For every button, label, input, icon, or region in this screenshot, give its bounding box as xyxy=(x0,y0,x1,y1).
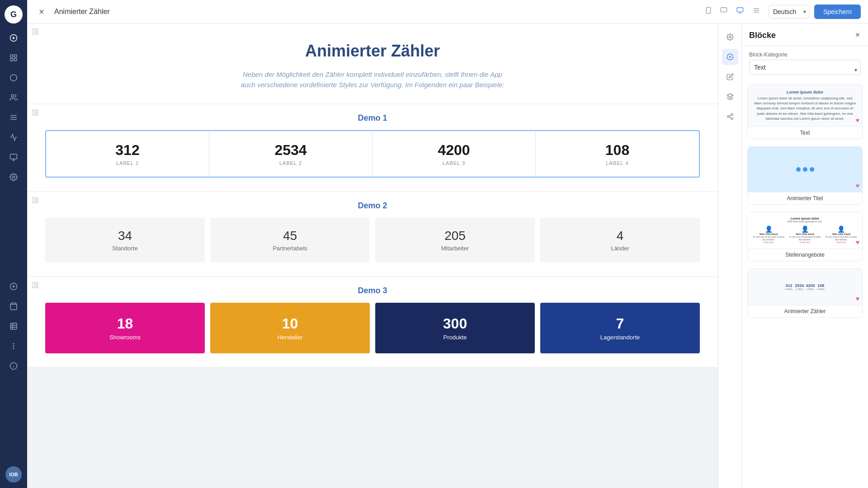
page-title: Animierter Zähler xyxy=(54,8,698,16)
device-list[interactable] xyxy=(750,5,763,18)
demo2-item-0: 34 Standorte xyxy=(45,218,205,263)
demo3-item-0: 18 Showrooms xyxy=(45,303,205,353)
sidebar-icon-1[interactable] xyxy=(5,49,23,67)
layout-icon-4[interactable] xyxy=(32,282,39,290)
sidebar-icon-more[interactable] xyxy=(5,337,23,355)
sidebar-icon-3[interactable] xyxy=(5,89,23,107)
demo1-item-0: 312 LABEL 1 xyxy=(46,131,209,177)
svg-rect-35 xyxy=(737,8,743,12)
az-lbl-0: LABEL xyxy=(785,288,793,291)
rt-share-icon[interactable] xyxy=(722,108,738,125)
user-avatar[interactable]: IOB xyxy=(5,466,22,483)
rt-edit-icon[interactable] xyxy=(722,69,738,85)
svg-marker-56 xyxy=(727,94,733,97)
page-subtitle-2: auch verschiedene vordefinierte Styles z… xyxy=(36,80,709,90)
demo2-num-2: 205 xyxy=(382,229,528,243)
right-toolbar xyxy=(718,23,741,488)
kategorie-select[interactable]: Text Media Layout Forms Navigation xyxy=(749,60,861,75)
language-selector[interactable]: Deutsch English xyxy=(768,5,810,19)
counter-num-0: 312 xyxy=(53,142,202,159)
block-animierter-zaehler[interactable]: 312 LABEL 2534 LABEL 4200 LABEL xyxy=(747,268,863,318)
block-animierter-zaehler-heart[interactable]: ♥ xyxy=(856,295,859,302)
block-text[interactable]: Lorem ipsum dolor Lorem ipsum dolor sit … xyxy=(747,84,863,139)
block-text-heart[interactable]: ♥ xyxy=(856,117,859,124)
block-stellenangebote-label: Stellenangebote xyxy=(748,249,862,261)
demo1-item-2: 4200 LABEL 3 xyxy=(373,131,536,177)
demo3-content: Demo 3 18 Showrooms 10 Hersteller 300 Pr xyxy=(27,277,718,367)
demo3-num-2: 300 xyxy=(382,315,528,332)
topbar-right: Deutsch English Speichern xyxy=(768,5,861,19)
sidebar-icon-6[interactable] xyxy=(5,148,23,166)
device-tablet[interactable] xyxy=(717,5,730,18)
block-animierter-zaehler-preview: 312 LABEL 2534 LABEL 4200 LABEL xyxy=(748,269,862,305)
svg-point-23 xyxy=(13,343,14,344)
az-cell-0: 312 LABEL xyxy=(785,283,793,291)
svg-rect-40 xyxy=(33,29,35,34)
rt-gear-icon[interactable] xyxy=(722,29,738,45)
sidebar-icon-4[interactable] xyxy=(5,108,23,127)
sa-sub: Stet clita kasd gubergren est. xyxy=(788,220,823,223)
block-text-preview-body: Lorem ipsum dolor sit amet, consetetur s… xyxy=(753,96,857,121)
sidebar-icon-info[interactable] xyxy=(5,357,23,375)
device-mobile[interactable] xyxy=(703,5,714,18)
svg-rect-6 xyxy=(14,59,17,61)
demo1-grid: 312 LABEL 1 2534 LABEL 2 4200 LABEL 3 xyxy=(45,130,700,178)
demo3-lbl-2: Produkte xyxy=(382,334,528,341)
block-stellenangebote[interactable]: Lorem ipsum dolor Stet clita kasd guberg… xyxy=(747,212,863,261)
sidebar-icon-settings[interactable] xyxy=(5,168,23,186)
svg-rect-47 xyxy=(36,197,38,200)
demo2-lbl-2: Mitarbeiter xyxy=(382,245,528,252)
sa-person-0: 👤 xyxy=(751,225,786,233)
demo2-lbl-3: Länder xyxy=(547,245,693,252)
demo3-grid: 18 Showrooms 10 Hersteller 300 Produkte xyxy=(45,303,700,353)
layout-icon-2[interactable] xyxy=(32,109,39,117)
demo3-item-1: 10 Hersteller xyxy=(210,303,370,353)
sidebar-icon-0[interactable] xyxy=(5,29,23,47)
demo2-item-2: 205 Mitarbeiter xyxy=(375,218,535,263)
demo3-lbl-0: Showrooms xyxy=(52,334,198,341)
az-lbl-3: LABEL xyxy=(817,288,826,291)
save-button[interactable]: Speichern xyxy=(814,5,861,19)
layout-icon-3[interactable] xyxy=(32,197,39,205)
blocks-panel-close[interactable] xyxy=(854,32,861,40)
demo2-num-0: 34 xyxy=(52,229,198,243)
svg-rect-4 xyxy=(14,55,17,57)
layout-icon[interactable] xyxy=(32,28,39,37)
close-button[interactable] xyxy=(34,5,49,19)
demo2-section: Demo 2 34 Standorte 45 Partnerlabels 205 xyxy=(27,192,718,276)
block-text-preview-title: Lorem ipsum dolor xyxy=(787,90,824,94)
demo2-item-1: 45 Partnerlabels xyxy=(210,218,370,263)
svg-point-57 xyxy=(731,113,733,115)
device-switcher xyxy=(703,5,763,18)
block-animated-title-heart[interactable]: ♥ xyxy=(856,182,859,189)
svg-point-7 xyxy=(11,94,14,97)
sa-title: Lorem ipsum dolor xyxy=(791,217,819,220)
svg-point-24 xyxy=(13,346,14,347)
kategorie-select-wrapper[interactable]: Text Media Layout Forms Navigation xyxy=(742,60,868,80)
blocks-panel: Blöcke Block-Kategorie Text Media Layout… xyxy=(741,23,868,488)
svg-rect-44 xyxy=(36,110,38,112)
device-desktop[interactable] xyxy=(734,5,746,18)
az-lbl-2: LABEL xyxy=(806,288,815,291)
rt-layers-icon[interactable] xyxy=(722,89,738,105)
block-text-label: Text xyxy=(748,127,862,139)
sa-link-0: Justo duo xyxy=(751,241,786,244)
app-logo: G xyxy=(5,5,23,23)
svg-point-52 xyxy=(729,36,731,38)
sidebar-icon-2[interactable] xyxy=(5,69,23,87)
sidebar-icon-5[interactable] xyxy=(5,128,23,146)
blocks-panel-header: Blöcke xyxy=(742,23,868,46)
sidebar-icon-add[interactable] xyxy=(5,277,23,296)
sidebar-icon-store[interactable] xyxy=(5,297,23,315)
svg-rect-50 xyxy=(36,282,38,285)
sidebar-icon-table[interactable] xyxy=(5,317,23,335)
block-stellenangebote-heart[interactable]: ♥ xyxy=(856,239,859,246)
demo2-title: Demo 2 xyxy=(45,201,700,211)
lang-select[interactable]: Deutsch English xyxy=(768,5,810,19)
page-subtitle-1: Neben der Möglichkeit den Zähler komplet… xyxy=(36,70,709,80)
block-animated-title[interactable]: ♥ Animierter Titel xyxy=(747,146,863,205)
rt-add-icon[interactable] xyxy=(722,49,738,65)
sidebar-left: G IOB xyxy=(0,0,27,488)
svg-rect-5 xyxy=(10,59,13,61)
az-num-1: 2534 xyxy=(795,283,804,288)
